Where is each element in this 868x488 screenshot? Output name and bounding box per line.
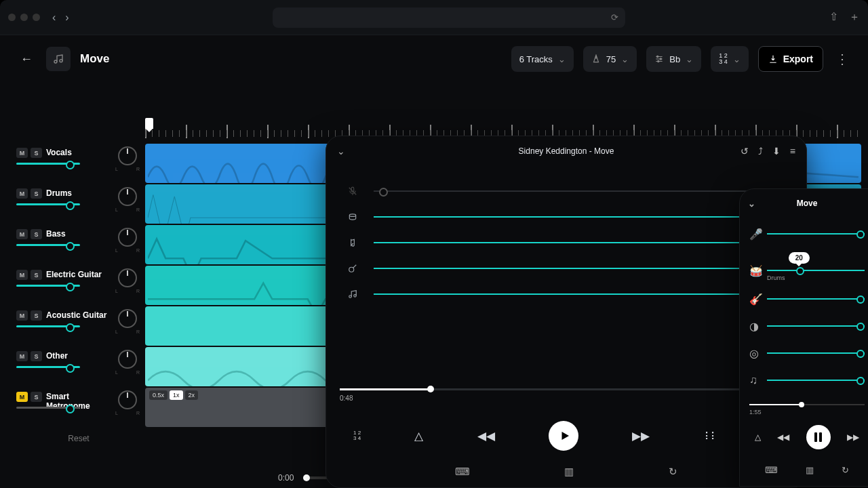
download-icon[interactable]: ⬇ — [772, 146, 781, 157]
solo-button[interactable]: S — [31, 351, 42, 361]
nav-forward-icon[interactable]: › — [65, 12, 68, 24]
metronome-icon[interactable]: △ — [755, 432, 761, 442]
address-bar[interactable]: ⟳ — [273, 7, 625, 28]
share-icon[interactable]: ⇧ — [829, 10, 838, 24]
chat-icon[interactable]: ⌨ — [765, 465, 778, 475]
pan-knob[interactable] — [118, 187, 137, 206]
mixer-icon[interactable]: ⫶⫶ — [704, 429, 716, 443]
mute-button[interactable]: M — [16, 351, 28, 361]
music-icon[interactable]: ♫ — [749, 374, 760, 386]
volume-slider[interactable] — [767, 352, 865, 354]
volume-slider[interactable] — [16, 163, 80, 165]
loop-icon[interactable]: ↺ — [741, 146, 749, 157]
volume-slider[interactable] — [767, 298, 865, 300]
tracks-selector[interactable]: 6 Tracks⌄ — [511, 46, 574, 72]
song-icon — [46, 47, 71, 71]
export-button[interactable]: Export — [758, 46, 823, 72]
volume-slider[interactable] — [16, 203, 80, 205]
mic-icon[interactable]: 🎤 — [749, 228, 760, 241]
solo-button[interactable]: S — [31, 270, 42, 280]
volume-slider[interactable] — [767, 233, 865, 235]
timesig-selector[interactable]: 1 2 3 4 ⌄ — [711, 46, 749, 72]
mute-button[interactable]: M — [16, 188, 28, 199]
key-selector[interactable]: Bb⌄ — [646, 46, 701, 72]
volume-slider[interactable] — [374, 293, 785, 295]
track-row: MS Smart Metronome LR — [16, 388, 141, 427]
guitar-icon[interactable]: ◑ — [749, 320, 760, 333]
drums-icon[interactable] — [348, 212, 361, 222]
volume-slider[interactable] — [374, 242, 785, 243]
track-name: Drums — [46, 188, 72, 198]
more-menu-icon[interactable]: ⋮ — [833, 51, 852, 67]
bass-icon[interactable] — [348, 238, 361, 247]
speed-2x[interactable]: 2x — [185, 390, 199, 400]
speed-0-5x[interactable]: 0.5x — [149, 390, 167, 400]
metronome-icon — [591, 54, 601, 64]
volume-slider[interactable] — [374, 216, 785, 218]
tempo-selector[interactable]: 75⌄ — [583, 46, 637, 72]
volume-slider[interactable] — [16, 366, 80, 368]
piano-icon[interactable]: ▥ — [564, 466, 574, 478]
volume-slider[interactable] — [16, 244, 80, 246]
solo-button[interactable]: S — [31, 188, 42, 199]
volume-slider[interactable] — [16, 407, 80, 409]
percussion-icon[interactable]: ◎ — [749, 347, 760, 360]
pan-knob[interactable] — [118, 268, 137, 287]
forward-button[interactable]: ▶▶ — [632, 429, 650, 443]
drums-icon[interactable]: 🥁 — [749, 264, 760, 277]
playback-progress[interactable] — [749, 404, 865, 405]
rewind-button[interactable]: ◀◀ — [477, 429, 495, 443]
solo-button[interactable]: S — [31, 392, 42, 402]
playhead[interactable] — [145, 118, 153, 129]
metronome-icon[interactable]: △ — [414, 429, 423, 443]
pan-knob[interactable] — [118, 350, 137, 369]
solo-button[interactable]: S — [31, 310, 42, 321]
mute-button[interactable]: M — [16, 148, 28, 158]
repeat-icon[interactable]: ↻ — [669, 466, 677, 478]
pan-knob[interactable] — [118, 146, 137, 165]
mute-button[interactable]: M — [16, 270, 28, 280]
chat-icon[interactable]: ⌨ — [455, 466, 470, 478]
piano-icon[interactable]: ▥ — [806, 465, 814, 475]
track-name: Bass — [46, 229, 66, 239]
volume-slider[interactable] — [767, 325, 865, 327]
guitar-icon[interactable] — [348, 264, 361, 273]
volume-slider[interactable] — [16, 325, 80, 327]
menu-icon[interactable]: ≡ — [790, 146, 795, 157]
pan-knob[interactable] — [118, 390, 137, 409]
volume-slider[interactable] — [374, 190, 785, 192]
mute-button[interactable]: M — [16, 392, 28, 402]
mute-button[interactable]: M — [16, 229, 28, 239]
solo-button[interactable]: S — [31, 229, 42, 239]
pan-knob[interactable] — [118, 228, 137, 247]
collapse-icon[interactable]: ⌄ — [337, 146, 345, 157]
volume-slider[interactable] — [374, 268, 785, 269]
svg-point-9 — [354, 295, 357, 298]
new-tab-icon[interactable]: ＋ — [849, 10, 860, 24]
nav-back-icon[interactable]: ‹ — [52, 12, 56, 24]
share-icon[interactable]: ⤴ — [758, 146, 763, 157]
repeat-icon[interactable]: ↻ — [842, 465, 849, 475]
forward-button[interactable]: ▶▶ — [847, 432, 859, 442]
music-icon[interactable] — [348, 289, 361, 299]
footer-time: 0:00 — [278, 473, 330, 483]
play-button[interactable] — [549, 421, 578, 451]
playback-progress[interactable] — [340, 388, 793, 390]
pan-knob[interactable] — [118, 309, 137, 328]
volume-slider[interactable]: 20 — [767, 270, 865, 271]
refresh-icon[interactable]: ⟳ — [611, 12, 618, 22]
volume-slider[interactable] — [767, 380, 865, 381]
pause-button[interactable] — [806, 425, 831, 449]
tablet-panel: ⌄ Sidney Keddington - Move ↺ ⤴ ⬇ ≡ 0:48 … — [326, 136, 807, 488]
reset-button[interactable]: Reset — [16, 434, 141, 443]
timesig-button[interactable]: 1 23 4 — [353, 430, 361, 441]
rewind-button[interactable]: ◀◀ — [777, 432, 789, 442]
volume-slider[interactable] — [16, 285, 80, 287]
mic-off-icon[interactable] — [348, 186, 361, 196]
solo-button[interactable]: S — [31, 148, 42, 158]
mute-button[interactable]: M — [16, 310, 28, 321]
speed-1x[interactable]: 1x — [170, 390, 183, 400]
bass-icon[interactable]: 🎸 — [749, 293, 760, 306]
back-button[interactable]: ← — [16, 49, 37, 69]
collapse-icon[interactable]: ⌄ — [748, 199, 755, 209]
